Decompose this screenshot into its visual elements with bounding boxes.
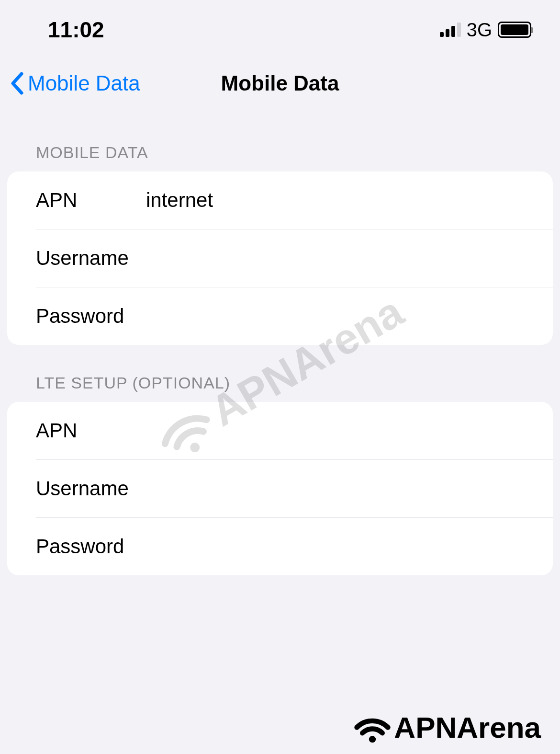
label-lte-username: Username [36, 477, 146, 500]
row-apn[interactable]: APN [7, 171, 553, 229]
row-username[interactable]: Username [36, 229, 553, 287]
label-username: Username [36, 247, 146, 270]
network-type: 3G [467, 19, 492, 41]
battery-icon [498, 22, 531, 38]
lte-password-input[interactable] [146, 535, 524, 558]
row-password[interactable]: Password [36, 287, 553, 345]
signal-icon [440, 23, 461, 37]
section-mobile-data: APN Username Password [7, 171, 553, 345]
status-right: 3G [440, 19, 531, 41]
watermark-bottom: APNArena [353, 710, 541, 744]
label-lte-apn: APN [36, 419, 146, 442]
section-header-lte: LTE SETUP (OPTIONAL) [7, 345, 553, 402]
back-button[interactable]: Mobile Data [10, 71, 140, 95]
section-header-mobile-data: MOBILE DATA [7, 114, 553, 171]
password-input[interactable] [146, 305, 524, 328]
section-lte: APN Username Password [7, 402, 553, 575]
chevron-left-icon [10, 71, 24, 95]
content: MOBILE DATA APN Username Password LTE SE… [0, 114, 560, 575]
username-input[interactable] [146, 247, 524, 270]
back-label: Mobile Data [28, 71, 140, 95]
row-lte-apn[interactable]: APN [7, 402, 553, 459]
label-lte-password: Password [36, 535, 146, 558]
label-apn: APN [36, 189, 146, 212]
apn-input[interactable] [146, 189, 524, 212]
svg-point-1 [369, 736, 376, 743]
nav-header: Mobile Data Mobile Data [0, 52, 560, 114]
row-lte-password[interactable]: Password [36, 517, 553, 575]
lte-apn-input[interactable] [146, 419, 524, 442]
status-bar: 11:02 3G [0, 0, 560, 52]
label-password: Password [36, 305, 146, 328]
row-lte-username[interactable]: Username [36, 459, 553, 517]
page-title: Mobile Data [221, 71, 339, 95]
status-time: 11:02 [48, 17, 104, 43]
lte-username-input[interactable] [146, 477, 524, 500]
wifi-icon [353, 712, 392, 743]
